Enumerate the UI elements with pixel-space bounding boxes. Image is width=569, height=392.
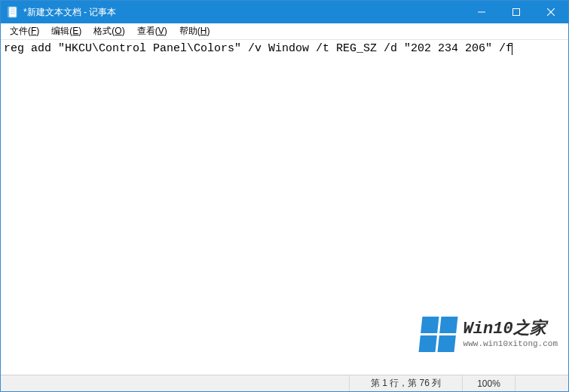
status-tail: [515, 375, 568, 391]
svg-rect-1: [8, 7, 9, 17]
minimize-button[interactable]: [464, 1, 499, 23]
maximize-button[interactable]: [499, 1, 534, 23]
menu-format[interactable]: 格式(O): [87, 23, 130, 39]
svg-rect-6: [513, 9, 520, 16]
watermark-brand: Win10之家: [463, 321, 558, 338]
watermark-url: www.win10xitong.com: [463, 340, 558, 348]
window-controls: [464, 1, 568, 23]
menubar: 文件(F) 编辑(E) 格式(O) 查看(V) 帮助(H): [1, 23, 568, 40]
titlebar[interactable]: *新建文本文档 - 记事本: [1, 1, 568, 23]
status-position: 第 1 行，第 76 列: [350, 375, 463, 391]
text-caret-icon: [512, 43, 512, 55]
watermark: Win10之家 www.win10xitong.com: [421, 317, 558, 352]
menu-help[interactable]: 帮助(H): [173, 23, 216, 39]
statusbar: 第 1 行，第 76 列 100%: [1, 375, 568, 391]
menu-view[interactable]: 查看(V): [131, 23, 173, 39]
window-title: *新建文本文档 - 记事本: [23, 6, 464, 19]
menu-edit[interactable]: 编辑(E): [45, 23, 87, 39]
status-zoom: 100%: [463, 375, 515, 391]
svg-rect-0: [8, 7, 17, 17]
close-button[interactable]: [534, 1, 568, 23]
editor-area[interactable]: reg add "HKCU\Control Panel\Colors" /v W…: [1, 40, 568, 375]
menu-file[interactable]: 文件(F): [4, 23, 45, 39]
windows-logo-icon: [418, 317, 457, 352]
status-spacer: [1, 375, 350, 391]
notepad-app-icon: [7, 6, 19, 18]
notepad-window: *新建文本文档 - 记事本 文件(F) 编辑(E) 格式(O) 查看(V) 帮助…: [0, 0, 569, 392]
editor-text: reg add "HKCU\Control Panel\Colors" /v W…: [4, 42, 512, 55]
